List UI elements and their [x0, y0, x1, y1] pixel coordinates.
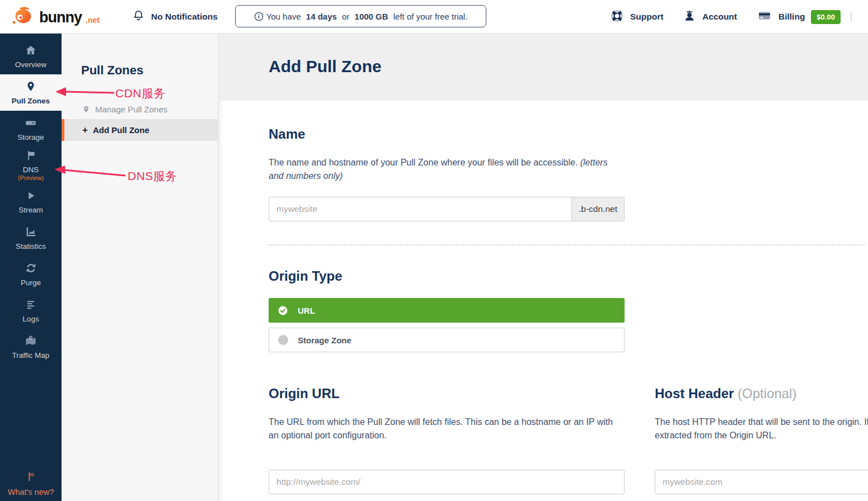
sidebar-item-stream[interactable]: Stream: [0, 183, 62, 220]
area-chart-icon: [24, 226, 37, 240]
host-header-description: The host HTTP header that will be sent t…: [655, 415, 868, 442]
name-domain-suffix: .b-cdn.net: [572, 197, 625, 221]
name-input[interactable]: [269, 197, 572, 221]
origin-type-storage-label: Storage Zone: [298, 335, 351, 345]
trial-text-post: left of your free trial.: [391, 12, 468, 21]
sidebar-item-overview[interactable]: Overview: [0, 38, 62, 74]
host-header-heading-text: Host Header: [655, 386, 734, 401]
sidebar-item-label: Storage: [17, 134, 44, 141]
trial-text-pre: You have: [266, 12, 303, 21]
host-header-input[interactable]: [655, 470, 868, 494]
sidebar-item-label: Logs: [22, 315, 39, 323]
map-pin-icon: [25, 80, 36, 95]
sidebar-item-label: Pull Zones: [12, 97, 50, 105]
account-icon: [683, 9, 696, 25]
origin-type-url-label: URL: [298, 306, 315, 315]
page-title: Add Pull Zone: [269, 57, 382, 76]
header-divider: [851, 12, 852, 21]
origin-url-heading: Origin URL: [269, 386, 340, 401]
home-icon: [24, 44, 37, 59]
origin-type-heading: Origin Type: [269, 268, 342, 284]
add-pull-zone-item[interactable]: + Add Pull Zone: [62, 119, 218, 141]
map-icon: [24, 334, 37, 349]
origin-type-url-option[interactable]: URL: [269, 298, 625, 323]
account-button[interactable]: Account: [683, 0, 737, 34]
notifications-label: No Notifications: [151, 12, 218, 22]
flag-icon: [25, 470, 37, 485]
name-heading: Name: [269, 126, 305, 142]
billing-balance-badge[interactable]: $0.00: [811, 10, 841, 24]
notifications-button[interactable]: No Notifications: [132, 0, 218, 34]
dns-flag-icon: [25, 149, 37, 164]
sidebar-item-label: DNS: [23, 166, 39, 174]
sidebar-item-label: Stream: [18, 206, 43, 214]
play-icon: [25, 190, 36, 204]
sidebar-item-label: Overview: [15, 61, 46, 69]
trial-text-mid: or: [340, 12, 352, 21]
pull-zones-panel: Pull Zones Manage Pull Zones + Add Pull …: [62, 34, 218, 501]
trial-gb: 1000 GB: [355, 12, 388, 21]
bell-icon: [132, 9, 145, 25]
section-divider: [269, 244, 865, 245]
origin-url-input[interactable]: [269, 470, 625, 494]
brand-tld: .net: [86, 16, 100, 25]
name-description-text: The name and hostname of your Pull Zone …: [269, 158, 580, 167]
host-header-optional-label: (Optional): [734, 386, 796, 401]
page-header-band: Add Pull Zone: [218, 34, 868, 101]
whats-new-label: What's new?: [8, 488, 54, 497]
main-sidebar: Overview Pull Zones Storage DNS (Preview…: [0, 34, 62, 501]
billing-label: Billing: [778, 12, 805, 22]
sidebar-item-label: Traffic Map: [12, 352, 50, 360]
sidebar-item-label: Purge: [21, 279, 41, 287]
origin-url-description: The URL from which the Pull Zone will fe…: [269, 415, 622, 442]
sidebar-item-purge[interactable]: Purge: [0, 256, 62, 292]
plus-icon: +: [82, 125, 88, 136]
manage-pull-zones-label: Manage Pull Zones: [95, 105, 167, 114]
sidebar-item-statistics[interactable]: Statistics: [0, 220, 62, 256]
info-icon: [254, 12, 264, 21]
support-button[interactable]: Support: [610, 0, 663, 34]
credit-card-icon: [757, 9, 772, 25]
add-pull-zone-label: Add Pull Zone: [93, 125, 149, 135]
sidebar-item-logs[interactable]: Logs: [0, 292, 62, 329]
list-icon: [25, 299, 37, 313]
life-ring-icon: [610, 9, 624, 25]
brand-name: bunny: [39, 9, 82, 26]
whats-new-button[interactable]: What's new?: [0, 470, 62, 497]
server-icon: [24, 117, 38, 131]
host-header-heading: Host Header (Optional): [655, 386, 796, 401]
sidebar-item-label: Statistics: [16, 243, 46, 250]
name-description: The name and hostname of your Pull Zone …: [269, 156, 622, 183]
sidebar-item-dns[interactable]: DNS (Preview): [0, 147, 62, 183]
check-circle-icon: [278, 305, 288, 316]
sidebar-item-pull-zones[interactable]: Pull Zones: [0, 74, 62, 111]
manage-pull-zones-item[interactable]: Manage Pull Zones: [62, 100, 218, 119]
account-label: Account: [702, 12, 737, 22]
billing-button[interactable]: Billing $0.00: [757, 0, 841, 34]
radio-unselected-icon: [278, 335, 288, 345]
panel-title: Pull Zones: [81, 63, 143, 78]
top-header: bunny .net No Notifications You have 14 …: [0, 0, 868, 34]
trial-banner: You have 14 days or 1000 GB left of your…: [235, 5, 486, 27]
sidebar-item-traffic-map[interactable]: Traffic Map: [0, 329, 62, 365]
main-content: Add Pull Zone Name The name and hostname…: [218, 34, 868, 501]
bunnynet-logo[interactable]: bunny .net: [11, 4, 100, 31]
origin-url-input-group: [269, 470, 625, 494]
name-input-group: .b-cdn.net: [269, 197, 625, 221]
support-label: Support: [630, 12, 663, 22]
sidebar-item-sublabel: (Preview): [18, 175, 44, 181]
trial-days: 14 days: [306, 12, 337, 21]
refresh-icon: [25, 262, 37, 277]
map-pin-icon: [82, 105, 90, 114]
sidebar-item-storage[interactable]: Storage: [0, 111, 62, 147]
bunny-logo-icon: [11, 4, 36, 31]
host-header-input-group: [655, 470, 868, 494]
origin-type-storage-option[interactable]: Storage Zone: [269, 328, 625, 352]
